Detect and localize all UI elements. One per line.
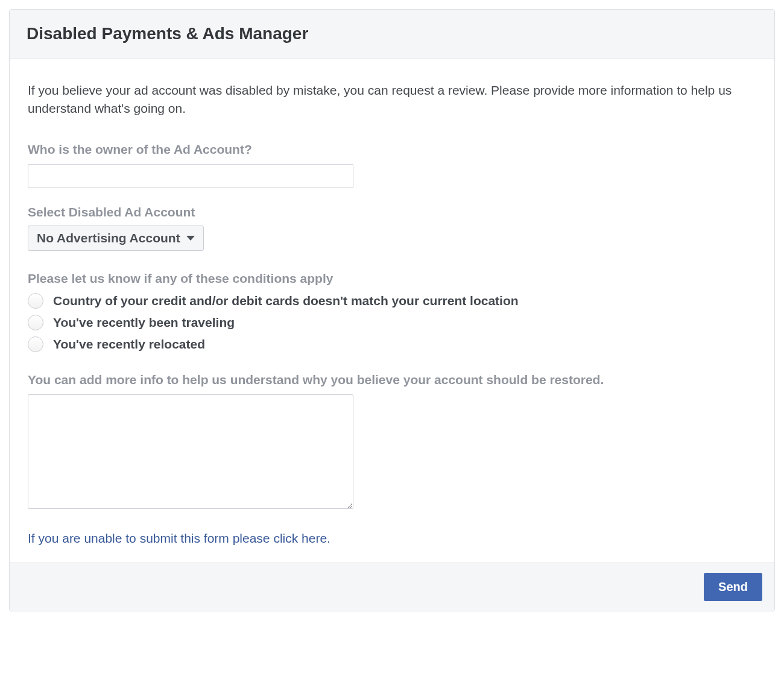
caret-down-icon: [186, 236, 195, 241]
card-header: Disabled Payments & Ads Manager: [10, 10, 774, 58]
conditions-label: Please let us know if any of these condi…: [28, 271, 756, 286]
account-select-button[interactable]: No Advertising Account: [28, 226, 204, 251]
owner-input[interactable]: [28, 164, 353, 188]
owner-label: Who is the owner of the Ad Account?: [28, 142, 756, 157]
help-link[interactable]: If you are unable to submit this form pl…: [28, 531, 330, 546]
card-body: If you believe your ad account was disab…: [10, 58, 774, 563]
radio-label[interactable]: You've recently been traveling: [53, 315, 235, 330]
radio-traveling[interactable]: [28, 315, 43, 330]
radio-label[interactable]: Country of your credit and/or debit card…: [53, 294, 519, 308]
account-select-label: Select Disabled Ad Account: [28, 205, 756, 219]
account-select-wrap: No Advertising Account: [28, 226, 756, 251]
account-select-value: No Advertising Account: [37, 231, 180, 245]
condition-row: You've recently been traveling: [28, 315, 756, 330]
card-footer: Send: [10, 563, 774, 611]
radio-country-mismatch[interactable]: [28, 293, 43, 309]
radio-relocated[interactable]: [28, 336, 43, 352]
form-card: Disabled Payments & Ads Manager If you b…: [9, 9, 775, 611]
send-button[interactable]: Send: [704, 573, 762, 601]
more-info-label: You can add more info to help us underst…: [28, 373, 756, 387]
radio-label[interactable]: You've recently relocated: [53, 337, 205, 352]
condition-row: Country of your credit and/or debit card…: [28, 293, 756, 309]
conditions-radio-group: Country of your credit and/or debit card…: [28, 293, 756, 352]
page-title: Disabled Payments & Ads Manager: [27, 24, 757, 43]
intro-text: If you believe your ad account was disab…: [28, 81, 756, 118]
more-info-textarea[interactable]: [28, 394, 353, 509]
condition-row: You've recently relocated: [28, 336, 756, 352]
